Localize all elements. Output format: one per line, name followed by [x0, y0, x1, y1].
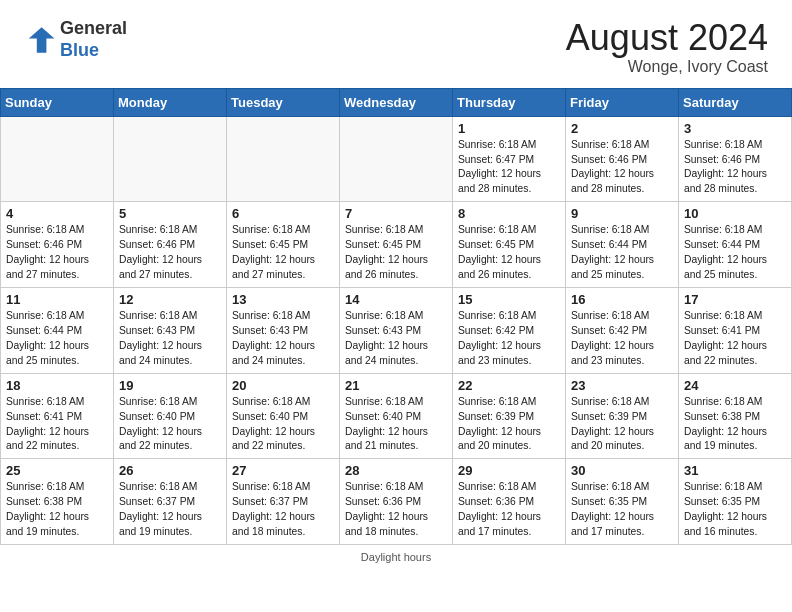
logo: General Blue — [24, 18, 127, 61]
calendar-cell: 10Sunrise: 6:18 AM Sunset: 6:44 PM Dayli… — [679, 202, 792, 288]
day-number: 5 — [119, 206, 221, 221]
calendar-cell — [340, 116, 453, 202]
calendar-cell — [227, 116, 340, 202]
day-number: 22 — [458, 378, 560, 393]
calendar-cell: 3Sunrise: 6:18 AM Sunset: 6:46 PM Daylig… — [679, 116, 792, 202]
day-number: 25 — [6, 463, 108, 478]
logo-icon — [24, 24, 56, 56]
day-info: Sunrise: 6:18 AM Sunset: 6:45 PM Dayligh… — [458, 223, 560, 283]
day-info: Sunrise: 6:18 AM Sunset: 6:47 PM Dayligh… — [458, 138, 560, 198]
logo-blue: Blue — [60, 40, 99, 60]
calendar-weekday-saturday: Saturday — [679, 88, 792, 116]
day-number: 1 — [458, 121, 560, 136]
day-info: Sunrise: 6:18 AM Sunset: 6:44 PM Dayligh… — [684, 223, 786, 283]
day-info: Sunrise: 6:18 AM Sunset: 6:37 PM Dayligh… — [232, 480, 334, 540]
day-number: 17 — [684, 292, 786, 307]
day-info: Sunrise: 6:18 AM Sunset: 6:42 PM Dayligh… — [458, 309, 560, 369]
calendar-cell: 14Sunrise: 6:18 AM Sunset: 6:43 PM Dayli… — [340, 287, 453, 373]
day-info: Sunrise: 6:18 AM Sunset: 6:43 PM Dayligh… — [232, 309, 334, 369]
day-info: Sunrise: 6:18 AM Sunset: 6:38 PM Dayligh… — [6, 480, 108, 540]
calendar-cell: 16Sunrise: 6:18 AM Sunset: 6:42 PM Dayli… — [566, 287, 679, 373]
day-info: Sunrise: 6:18 AM Sunset: 6:39 PM Dayligh… — [571, 395, 673, 455]
calendar-week-row: 25Sunrise: 6:18 AM Sunset: 6:38 PM Dayli… — [1, 459, 792, 545]
day-info: Sunrise: 6:18 AM Sunset: 6:38 PM Dayligh… — [684, 395, 786, 455]
day-info: Sunrise: 6:18 AM Sunset: 6:45 PM Dayligh… — [345, 223, 447, 283]
calendar-cell: 20Sunrise: 6:18 AM Sunset: 6:40 PM Dayli… — [227, 373, 340, 459]
day-number: 18 — [6, 378, 108, 393]
calendar-cell: 29Sunrise: 6:18 AM Sunset: 6:36 PM Dayli… — [453, 459, 566, 545]
calendar-cell: 11Sunrise: 6:18 AM Sunset: 6:44 PM Dayli… — [1, 287, 114, 373]
day-number: 3 — [684, 121, 786, 136]
day-number: 12 — [119, 292, 221, 307]
day-number: 24 — [684, 378, 786, 393]
day-number: 9 — [571, 206, 673, 221]
day-number: 7 — [345, 206, 447, 221]
calendar-cell: 21Sunrise: 6:18 AM Sunset: 6:40 PM Dayli… — [340, 373, 453, 459]
day-number: 8 — [458, 206, 560, 221]
day-info: Sunrise: 6:18 AM Sunset: 6:46 PM Dayligh… — [6, 223, 108, 283]
calendar-cell: 2Sunrise: 6:18 AM Sunset: 6:46 PM Daylig… — [566, 116, 679, 202]
day-number: 23 — [571, 378, 673, 393]
calendar-cell — [1, 116, 114, 202]
day-number: 31 — [684, 463, 786, 478]
day-info: Sunrise: 6:18 AM Sunset: 6:46 PM Dayligh… — [119, 223, 221, 283]
calendar-cell: 18Sunrise: 6:18 AM Sunset: 6:41 PM Dayli… — [1, 373, 114, 459]
day-number: 29 — [458, 463, 560, 478]
day-number: 28 — [345, 463, 447, 478]
calendar-cell: 1Sunrise: 6:18 AM Sunset: 6:47 PM Daylig… — [453, 116, 566, 202]
calendar-cell: 22Sunrise: 6:18 AM Sunset: 6:39 PM Dayli… — [453, 373, 566, 459]
calendar-cell: 24Sunrise: 6:18 AM Sunset: 6:38 PM Dayli… — [679, 373, 792, 459]
calendar-cell: 17Sunrise: 6:18 AM Sunset: 6:41 PM Dayli… — [679, 287, 792, 373]
calendar-week-row: 1Sunrise: 6:18 AM Sunset: 6:47 PM Daylig… — [1, 116, 792, 202]
calendar-weekday-monday: Monday — [114, 88, 227, 116]
calendar-header-row: SundayMondayTuesdayWednesdayThursdayFrid… — [1, 88, 792, 116]
day-info: Sunrise: 6:18 AM Sunset: 6:40 PM Dayligh… — [119, 395, 221, 455]
day-info: Sunrise: 6:18 AM Sunset: 6:36 PM Dayligh… — [458, 480, 560, 540]
calendar-cell: 5Sunrise: 6:18 AM Sunset: 6:46 PM Daylig… — [114, 202, 227, 288]
day-info: Sunrise: 6:18 AM Sunset: 6:42 PM Dayligh… — [571, 309, 673, 369]
day-number: 27 — [232, 463, 334, 478]
day-info: Sunrise: 6:18 AM Sunset: 6:40 PM Dayligh… — [345, 395, 447, 455]
calendar-table: SundayMondayTuesdayWednesdayThursdayFrid… — [0, 88, 792, 545]
day-number: 11 — [6, 292, 108, 307]
calendar-cell: 6Sunrise: 6:18 AM Sunset: 6:45 PM Daylig… — [227, 202, 340, 288]
calendar-cell: 9Sunrise: 6:18 AM Sunset: 6:44 PM Daylig… — [566, 202, 679, 288]
calendar-cell: 23Sunrise: 6:18 AM Sunset: 6:39 PM Dayli… — [566, 373, 679, 459]
day-info: Sunrise: 6:18 AM Sunset: 6:45 PM Dayligh… — [232, 223, 334, 283]
day-info: Sunrise: 6:18 AM Sunset: 6:41 PM Dayligh… — [6, 395, 108, 455]
day-number: 13 — [232, 292, 334, 307]
day-number: 30 — [571, 463, 673, 478]
day-number: 15 — [458, 292, 560, 307]
day-number: 26 — [119, 463, 221, 478]
page-header: General Blue August 2024 Wonge, Ivory Co… — [0, 0, 792, 84]
day-info: Sunrise: 6:18 AM Sunset: 6:37 PM Dayligh… — [119, 480, 221, 540]
title-block: August 2024 Wonge, Ivory Coast — [566, 18, 768, 76]
day-info: Sunrise: 6:18 AM Sunset: 6:44 PM Dayligh… — [6, 309, 108, 369]
calendar-weekday-sunday: Sunday — [1, 88, 114, 116]
day-number: 20 — [232, 378, 334, 393]
calendar-cell: 19Sunrise: 6:18 AM Sunset: 6:40 PM Dayli… — [114, 373, 227, 459]
month-year: August 2024 — [566, 18, 768, 58]
day-number: 14 — [345, 292, 447, 307]
calendar-weekday-wednesday: Wednesday — [340, 88, 453, 116]
day-number: 10 — [684, 206, 786, 221]
footer-text: Daylight hours — [361, 551, 431, 563]
day-number: 4 — [6, 206, 108, 221]
logo-general: General — [60, 18, 127, 38]
logo-text: General Blue — [60, 18, 127, 61]
calendar-cell: 28Sunrise: 6:18 AM Sunset: 6:36 PM Dayli… — [340, 459, 453, 545]
calendar-cell: 26Sunrise: 6:18 AM Sunset: 6:37 PM Dayli… — [114, 459, 227, 545]
calendar-cell: 4Sunrise: 6:18 AM Sunset: 6:46 PM Daylig… — [1, 202, 114, 288]
day-info: Sunrise: 6:18 AM Sunset: 6:44 PM Dayligh… — [571, 223, 673, 283]
calendar-week-row: 4Sunrise: 6:18 AM Sunset: 6:46 PM Daylig… — [1, 202, 792, 288]
calendar-cell: 7Sunrise: 6:18 AM Sunset: 6:45 PM Daylig… — [340, 202, 453, 288]
calendar-weekday-tuesday: Tuesday — [227, 88, 340, 116]
day-number: 2 — [571, 121, 673, 136]
day-info: Sunrise: 6:18 AM Sunset: 6:40 PM Dayligh… — [232, 395, 334, 455]
day-number: 19 — [119, 378, 221, 393]
calendar-cell: 31Sunrise: 6:18 AM Sunset: 6:35 PM Dayli… — [679, 459, 792, 545]
day-info: Sunrise: 6:18 AM Sunset: 6:46 PM Dayligh… — [571, 138, 673, 198]
calendar-weekday-thursday: Thursday — [453, 88, 566, 116]
day-info: Sunrise: 6:18 AM Sunset: 6:43 PM Dayligh… — [119, 309, 221, 369]
day-info: Sunrise: 6:18 AM Sunset: 6:41 PM Dayligh… — [684, 309, 786, 369]
